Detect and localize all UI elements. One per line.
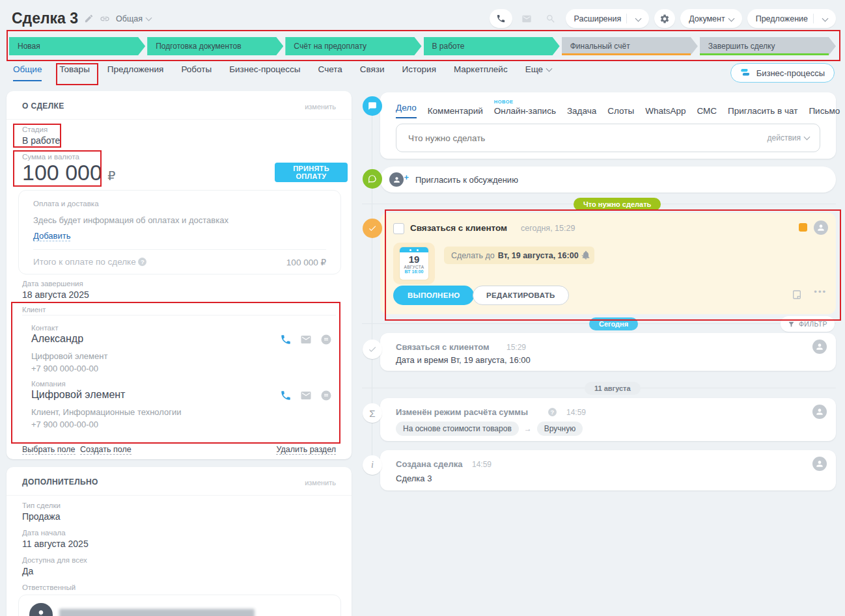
help-icon[interactable]: ? [548,408,557,416]
tab-invoices[interactable]: Счета [318,64,342,80]
accept-payment-button[interactable]: ПРИНЯТЬ ОПЛАТУ [275,163,348,182]
stage-new[interactable]: Новая [9,37,145,55]
tab-sms[interactable]: СМС [697,106,717,116]
call-company-icon[interactable] [280,390,292,401]
reminder-bell-icon[interactable] [581,250,591,260]
bizproc-icon [740,68,751,77]
settings-button[interactable] [654,9,675,28]
timeline-entry-sum-mode[interactable]: Изменён режим расчёта суммы ? 14:59 На о… [380,398,836,441]
payment-delivery-block: Оплата и доставка Здесь будет информация… [18,190,341,275]
chip-from: На основе стоимости товаров [396,422,519,436]
bizproc-button[interactable]: Бизнес-процессы [730,63,835,83]
mail-contact-icon[interactable] [300,334,312,345]
tab-invite-chat[interactable]: Пригласить в чат [728,106,797,116]
tab-marketplace[interactable]: Маркетплейс [454,64,508,80]
timeline-entry-created[interactable]: Создана сделка 14:59 Сделка 3 [380,450,836,490]
task-more-menu[interactable]: ••• [814,287,827,297]
timeline-composer-card: Дело Комментарий НОВОЕ Онлайн-запись Зад… [380,92,836,159]
task-due-chip[interactable]: Сделать до Вт, 19 августа, 16:00 [444,247,594,264]
call-contact-icon[interactable] [280,334,292,345]
payment-block-hint: Здесь будет информация об оплатах и дост… [33,215,229,225]
entry-title: Создана сделка [396,459,463,469]
payment-total-label: Итого к оплате по сделке ? [33,257,146,267]
tab-history[interactable]: История [402,64,436,80]
timeline-tabs: Дело Комментарий НОВОЕ Онлайн-запись Зад… [396,103,845,118]
task-done-button[interactable]: ВЫПОЛНЕНО [393,286,474,305]
stage-docs[interactable]: Подготовка документов [147,37,283,55]
check-icon [368,224,377,233]
task-edit-button[interactable]: РЕДАКТИРОВАТЬ [473,286,569,305]
todo-input[interactable] [407,133,768,144]
chat-contact-icon[interactable] [320,334,332,345]
deal-tabs: Общие Товары Предложения Роботы Бизнес-п… [13,64,551,81]
copy-link-icon[interactable] [100,14,110,24]
calendar-time: ВТ 16:00 [400,269,428,274]
stage-in-progress[interactable]: В работе [424,37,560,55]
mail-company-icon[interactable] [300,390,312,401]
calendar-month: АВГУСТА [400,265,428,269]
person-icon [816,223,825,232]
responsible-name-redacted[interactable] [59,609,255,616]
entry-time: 15:29 [506,343,526,352]
call-button[interactable] [490,9,512,28]
select-field-link[interactable]: Выбрать поле [22,445,76,455]
tab-more[interactable]: Еще [525,64,551,80]
task-calendar-widget[interactable]: 19 АВГУСТА ВТ 16:00 [393,243,435,284]
tab-letter[interactable]: Письмо [809,106,840,116]
todo-section-pill: Что нужно сделать [574,198,661,211]
task-color-badge [799,223,807,232]
tab-links[interactable]: Связи [360,64,385,80]
deal-type-value[interactable]: Продажа [22,511,60,522]
extensions-button[interactable]: Расширения [566,9,650,28]
openlines-button[interactable] [542,9,561,28]
timeline-entry-task-done[interactable]: Связаться с клиентом 15:29 Дата и время … [380,333,836,371]
document-button[interactable]: Документ [680,9,741,28]
entry-title: Связаться с клиентом [396,342,490,352]
tab-general[interactable]: Общие [13,64,42,81]
create-field-link[interactable]: Создать поле [80,445,132,455]
delete-section-link[interactable]: Удалить раздел [276,445,336,455]
edit-about-link[interactable]: изменить [305,103,336,111]
finish-date-value[interactable]: 18 августа 2025 [22,289,89,300]
stage-close-deal[interactable]: Завершить сделку [700,37,836,55]
task-checkbox[interactable] [393,223,404,234]
start-date-value[interactable]: 11 августа 2025 [22,539,89,549]
available-value[interactable]: Да [22,566,33,576]
edit-title-icon[interactable] [84,14,94,23]
proposal-button[interactable]: Предложение [747,9,836,28]
tab-slots[interactable]: Слоты [607,106,634,116]
tab-whatsapp[interactable]: WhatsApp [645,106,686,116]
sum-field-value[interactable]: 100 000 ₽ [22,160,115,185]
tab-online-booking[interactable]: НОВОЕ Онлайн-запись [494,106,556,116]
entry-avatar [812,405,827,419]
stage-field-value[interactable]: В работе [22,135,60,146]
tab-robots[interactable]: Роботы [181,64,212,80]
client-section-label: Клиент [22,306,46,314]
email-button[interactable] [518,9,536,28]
stage-bar: Новая Подготовка документов Счёт на пред… [9,37,836,55]
tab-bizproc[interactable]: Бизнес-процессы [229,64,300,80]
invite-discussion-row[interactable]: + Пригласить к обсуждению [380,167,836,193]
contact-name[interactable]: Александр [31,333,83,345]
help-icon[interactable]: ? [138,258,146,266]
tab-products[interactable]: Товары [59,64,89,80]
payment-add-link[interactable]: Добавить [33,231,70,241]
stage-prepay-invoice[interactable]: Счёт на предоплату [285,37,421,55]
note-icon[interactable] [792,289,802,300]
stage-label: Завершить сделку [708,42,775,51]
filter-button[interactable]: ФИЛЬТР [781,316,835,332]
tab-proposals[interactable]: Предложения [107,64,164,80]
pipeline-selector[interactable]: Общая [116,14,151,23]
tab-task[interactable]: Задача [567,106,596,116]
company-name[interactable]: Цифровой элемент [31,389,125,401]
tab-deal[interactable]: Дело [396,103,417,118]
filter-label: ФИЛЬТР [799,320,827,328]
chat-company-icon[interactable] [320,390,332,401]
comment-icon [368,174,377,183]
tab-comment[interactable]: Комментарий [428,106,483,116]
task-avatar [814,221,828,235]
stage-final-invoice[interactable]: Финальный счёт [562,37,698,55]
task-title[interactable]: Связаться с клиентом [410,223,507,233]
edit-additional-link[interactable]: изменить [305,479,336,487]
actions-dropdown[interactable]: действия [768,133,809,142]
